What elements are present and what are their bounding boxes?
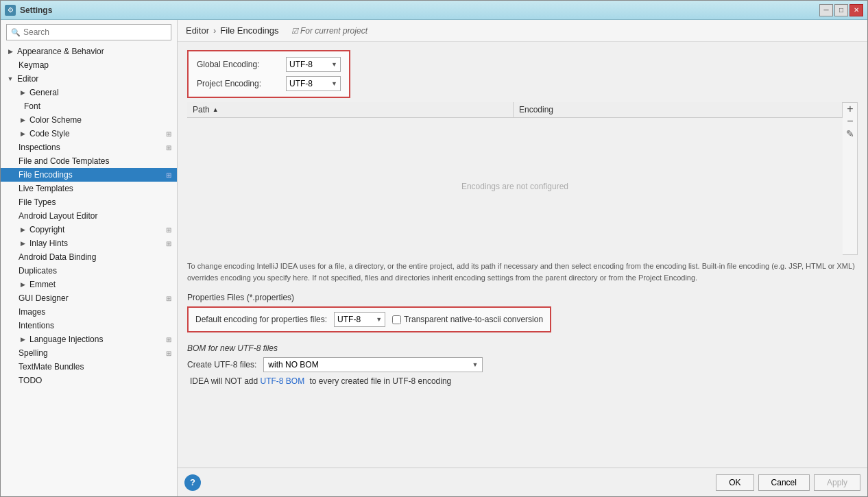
close-button[interactable]: ✕ <box>849 4 863 16</box>
badge-icon: ⊞ <box>166 171 171 179</box>
transparent-conversion-checkbox[interactable] <box>392 315 401 324</box>
properties-section-title: Properties Files (*.properties) <box>187 293 858 302</box>
project-encoding-select[interactable]: UTF-8 ▼ <box>286 76 341 91</box>
sidebar-item-label: File and Code Templates <box>19 156 110 166</box>
global-encoding-select[interactable]: UTF-8 ▼ <box>286 57 341 72</box>
chevron-icon: ▶ <box>19 130 27 138</box>
sidebar-item-general[interactable]: ▶ General <box>1 86 177 99</box>
properties-section: Properties Files (*.properties) Default … <box>187 293 858 332</box>
info-text: To change encoding IntelliJ IDEA uses fo… <box>187 260 858 283</box>
properties-encoding-select[interactable]: UTF-8 ▼ <box>334 312 385 327</box>
properties-border-box: Default encoding for properties files: U… <box>187 306 551 332</box>
bom-link[interactable]: UTF-8 BOM <box>260 376 304 386</box>
global-encoding-label: Global Encoding: <box>197 60 286 69</box>
sidebar-item-label: Color Scheme <box>29 115 82 125</box>
project-encoding-value: UTF-8 <box>289 79 313 88</box>
sidebar-item-android-data-binding[interactable]: Android Data Binding <box>1 250 177 264</box>
default-encoding-label: Default encoding for properties files: <box>195 315 327 324</box>
sidebar-item-file-encodings[interactable]: File Encodings ⊞ <box>1 168 177 182</box>
encoding-border-box: Global Encoding: UTF-8 ▼ Project Encodin… <box>187 50 350 98</box>
sidebar-item-label: GUI Designer <box>19 293 69 303</box>
sidebar-item-label: Code Style <box>29 129 70 138</box>
help-button[interactable]: ? <box>184 474 201 491</box>
sidebar-item-spelling[interactable]: Spelling ⊞ <box>1 346 177 360</box>
chevron-icon: ▶ <box>19 239 27 247</box>
sidebar-item-textmate-bundles[interactable]: TextMate Bundles <box>1 360 177 374</box>
sidebar-item-code-style[interactable]: ▶ Code Style ⊞ <box>1 127 177 141</box>
sidebar-item-label: Spelling <box>19 348 48 358</box>
sidebar-item-label: Editor <box>17 74 38 84</box>
sidebar-item-label: Android Data Binding <box>19 252 96 262</box>
chevron-icon: ▶ <box>19 226 27 234</box>
bom-note: IDEA will NOT add UTF-8 BOM to every cre… <box>187 376 858 386</box>
project-encoding-label: Project Encoding: <box>197 79 286 88</box>
path-encoding-table: Path Encoding Encodings are not configur… <box>187 102 858 255</box>
path-column-header[interactable]: Path <box>187 102 514 117</box>
sidebar-item-emmet[interactable]: ▶ Emmet <box>1 278 177 291</box>
sidebar-item-copyright[interactable]: ▶ Copyright ⊞ <box>1 223 177 237</box>
breadcrumb-parent: Editor <box>186 25 209 36</box>
sidebar-item-android-layout[interactable]: Android Layout Editor <box>1 209 177 223</box>
properties-encoding-value: UTF-8 <box>337 315 361 324</box>
maximize-button[interactable]: □ <box>834 4 848 16</box>
badge-icon: ⊞ <box>166 130 171 138</box>
breadcrumb: Editor › File Encodings <box>186 25 279 36</box>
sidebar-item-inlay-hints[interactable]: ▶ Inlay Hints ⊞ <box>1 237 177 250</box>
sidebar-item-label: Copyright <box>29 225 64 234</box>
sidebar-item-label: Font <box>24 101 40 111</box>
sidebar-item-todo[interactable]: TODO <box>1 374 177 387</box>
dropdown-arrow-icon: ▼ <box>331 61 337 68</box>
ok-button[interactable]: OK <box>716 474 754 491</box>
main-content: 🔍 ▶ Appearance & Behavior Keymap ▼ Edito… <box>1 20 867 496</box>
sidebar-item-live-templates[interactable]: Live Templates <box>1 182 177 195</box>
add-encoding-button[interactable]: + <box>843 103 858 115</box>
sidebar-item-label: Images <box>19 307 45 317</box>
global-encoding-row: Global Encoding: UTF-8 ▼ <box>197 57 341 72</box>
search-input[interactable] <box>23 27 167 37</box>
bom-section: BOM for new UTF-8 files Create UTF-8 fil… <box>187 343 858 386</box>
bom-note-prefix: IDEA will NOT add <box>190 376 260 386</box>
apply-button[interactable]: Apply <box>814 474 860 491</box>
dialog-footer: ? OK Cancel Apply <box>178 468 867 496</box>
badge-icon: ⊞ <box>166 144 171 151</box>
dropdown-arrow-icon: ▼ <box>331 80 337 87</box>
sidebar-item-appearance[interactable]: ▶ Appearance & Behavior <box>1 45 177 58</box>
badge-icon: ⊞ <box>166 336 171 343</box>
sidebar-item-gui-designer[interactable]: GUI Designer ⊞ <box>1 291 177 305</box>
footer-buttons: OK Cancel Apply <box>716 474 860 491</box>
global-encoding-value: UTF-8 <box>289 60 313 69</box>
encoding-column-header[interactable]: Encoding <box>514 102 843 117</box>
main-panel: Editor › File Encodings ☑ For current pr… <box>178 20 867 496</box>
cancel-button[interactable]: Cancel <box>758 474 810 491</box>
chevron-icon: ▶ <box>19 116 27 124</box>
window-controls: ─ □ ✕ <box>819 4 863 16</box>
sidebar-item-label: Emmet <box>29 280 56 289</box>
sidebar-item-duplicates[interactable]: Duplicates <box>1 264 177 278</box>
sidebar-nav: ▶ Appearance & Behavior Keymap ▼ Editor … <box>1 45 177 496</box>
sidebar-item-color-scheme[interactable]: ▶ Color Scheme <box>1 113 177 127</box>
sidebar-item-file-types[interactable]: File Types <box>1 195 177 209</box>
window-title: Settings <box>20 5 52 15</box>
edit-encoding-button[interactable]: ✎ <box>843 128 858 140</box>
sidebar-item-inspections[interactable]: Inspections ⊞ <box>1 141 177 154</box>
create-utf8-select[interactable]: with NO BOM ▼ <box>263 357 483 372</box>
settings-window: ⚙ Settings ─ □ ✕ 🔍 ▶ Appearance & Behavi… <box>0 0 868 497</box>
sidebar-item-editor[interactable]: ▼ Editor <box>1 72 177 86</box>
badge-icon: ⊞ <box>166 226 171 234</box>
remove-encoding-button[interactable]: − <box>843 115 858 128</box>
sidebar-item-images[interactable]: Images <box>1 305 177 319</box>
table-left: Path Encoding Encodings are not configur… <box>187 102 843 255</box>
app-icon: ⚙ <box>5 5 16 16</box>
chevron-icon: ▶ <box>19 335 27 343</box>
sidebar-item-label: Keymap <box>19 60 49 70</box>
sidebar-item-file-code-templates[interactable]: File and Code Templates <box>1 154 177 168</box>
chevron-icon: ▶ <box>19 88 27 97</box>
sidebar-item-intentions[interactable]: Intentions <box>1 319 177 332</box>
minimize-button[interactable]: ─ <box>819 4 833 16</box>
chevron-down-icon: ▼ <box>6 75 14 83</box>
badge-icon: ⊞ <box>166 350 171 357</box>
sidebar-item-language-injections[interactable]: ▶ Language Injections ⊞ <box>1 332 177 346</box>
encoding-box: Global Encoding: UTF-8 ▼ Project Encodin… <box>187 50 858 98</box>
sidebar-item-font[interactable]: Font <box>1 99 177 113</box>
sidebar-item-keymap[interactable]: Keymap <box>1 58 177 72</box>
